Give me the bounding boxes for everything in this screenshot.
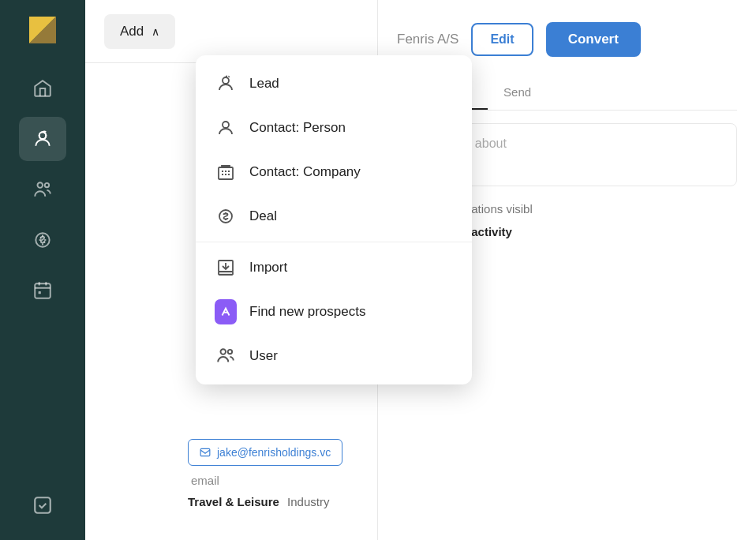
prospects-icon	[215, 301, 237, 323]
company-name: Fenris A/S	[397, 32, 458, 47]
deal-icon	[215, 205, 237, 227]
dropdown-import-label: Import	[249, 260, 287, 276]
sidebar-bottom	[19, 483, 66, 527]
svg-point-5	[45, 183, 49, 187]
dropdown-item-contact-person[interactable]: Contact: Person	[196, 106, 472, 150]
dropdown-item-deal[interactable]: Deal	[196, 194, 472, 238]
email-label: email	[191, 474, 342, 487]
dropdown-item-user[interactable]: User	[196, 334, 472, 378]
edit-button[interactable]: Edit	[471, 23, 533, 56]
convert-button[interactable]: Convert	[546, 22, 641, 57]
dropdown-lead-label: Lead	[249, 76, 279, 92]
sidebar-item-home[interactable]	[19, 66, 66, 111]
sidebar	[0, 0, 85, 540]
contact-person-icon	[215, 117, 237, 139]
user-group-icon	[215, 345, 237, 367]
sidebar-item-tasks[interactable]	[19, 483, 66, 527]
add-button[interactable]: Add ∧	[104, 14, 175, 49]
app-logo	[25, 13, 60, 47]
sidebar-item-calendar[interactable]	[19, 268, 66, 313]
industry-suffix: Industry	[287, 495, 329, 508]
email-value: jake@fenrisholdings.vc	[217, 446, 331, 459]
industry-row: Travel & Leisure Industry	[188, 495, 342, 508]
dropdown-item-contact-company[interactable]: Contact: Company	[196, 150, 472, 194]
prospect-icon-badge	[215, 299, 237, 324]
svg-rect-12	[219, 167, 233, 179]
tab-send[interactable]: Send	[488, 76, 547, 110]
lead-icon	[215, 73, 237, 95]
dropdown-item-lead[interactable]: Lead	[196, 62, 472, 106]
email-tag[interactable]: jake@fenrisholdings.vc	[188, 439, 342, 466]
add-dropdown-menu: Lead Contact: Person Contact: Company	[196, 55, 472, 384]
dropdown-user-label: User	[249, 348, 278, 364]
dropdown-deal-label: Deal	[249, 208, 277, 224]
dropdown-item-prospects[interactable]: Find new prospects	[196, 290, 472, 334]
dropdown-prospects-label: Find new prospects	[249, 304, 365, 320]
svg-point-4	[38, 182, 43, 188]
import-icon	[215, 257, 237, 279]
main-content: Add ∧ Lead Contact: P	[85, 0, 756, 540]
sidebar-item-deals[interactable]	[19, 218, 66, 262]
svg-rect-18	[200, 448, 210, 456]
svg-rect-9	[35, 497, 51, 513]
sidebar-item-leads[interactable]	[19, 117, 66, 161]
svg-point-17	[228, 350, 232, 354]
dropdown-contact-company-label: Contact: Company	[249, 164, 361, 180]
dropdown-item-import[interactable]: Import	[196, 246, 472, 290]
svg-point-11	[223, 122, 229, 128]
dropdown-divider	[196, 242, 472, 242]
industry-value: Travel & Leisure	[188, 495, 279, 508]
dropdown-contact-person-label: Contact: Person	[249, 120, 346, 136]
chevron-up-icon: ∧	[152, 25, 159, 38]
add-button-label: Add	[120, 24, 144, 39]
svg-point-16	[221, 349, 226, 354]
sidebar-item-contacts[interactable]	[19, 167, 66, 212]
svg-point-10	[223, 77, 229, 84]
svg-rect-8	[39, 291, 41, 294]
contact-company-icon	[215, 161, 237, 183]
svg-rect-7	[35, 283, 51, 298]
contact-header: Fenris A/S Edit Convert	[397, 22, 737, 57]
bottom-info: jake@fenrisholdings.vc email Travel & Le…	[188, 439, 342, 508]
svg-point-3	[39, 132, 47, 139]
email-icon	[200, 447, 211, 458]
